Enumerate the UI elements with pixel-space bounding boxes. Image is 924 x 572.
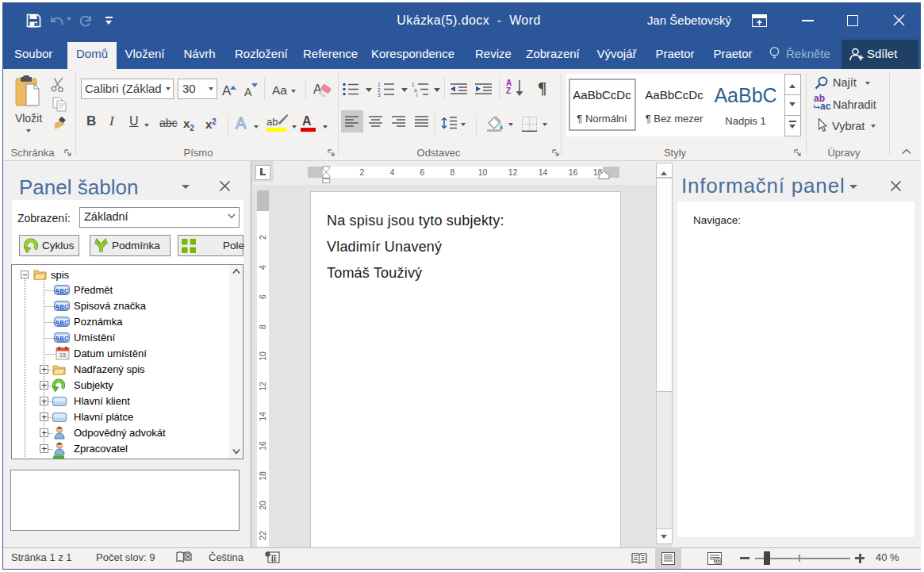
svg-text:3: 3 bbox=[378, 92, 381, 97]
svg-text:ABC: ABC bbox=[55, 287, 69, 294]
svg-text:i: i bbox=[416, 92, 417, 97]
svg-text:ABC: ABC bbox=[55, 335, 69, 342]
svg-text:ABC: ABC bbox=[55, 319, 69, 326]
svg-text:15: 15 bbox=[59, 351, 66, 359]
svg-text:ABC: ABC bbox=[55, 303, 69, 310]
